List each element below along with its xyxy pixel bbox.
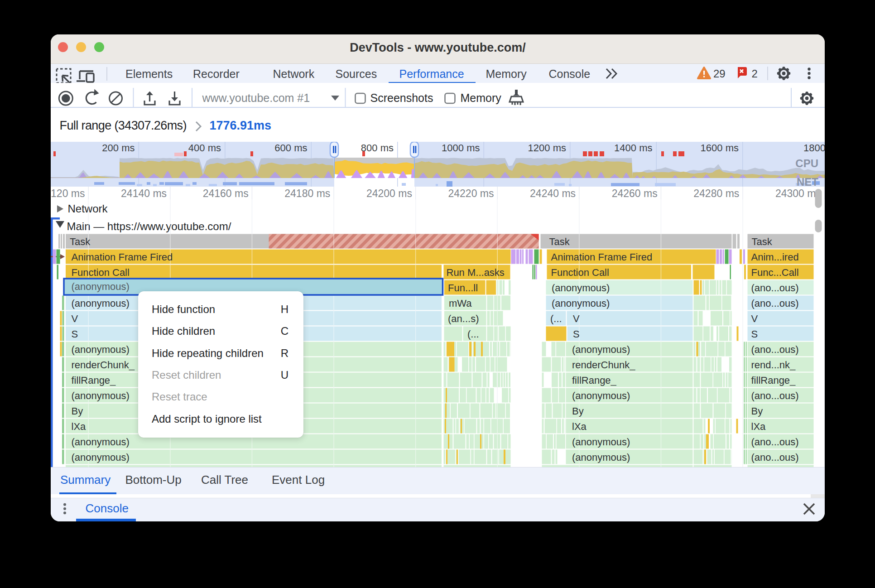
svg-text:Func...Call: Func...Call — [751, 267, 799, 278]
svg-text:Anim...ired: Anim...ired — [751, 251, 799, 263]
svg-text:fillRange_: fillRange_ — [572, 375, 617, 386]
svg-text:(anonymous): (anonymous) — [572, 344, 630, 355]
svg-text:(ano...ous): (ano...ous) — [751, 298, 799, 309]
svg-text:(anonymous): (anonymous) — [72, 298, 130, 309]
svg-text:Network: Network — [68, 202, 108, 215]
svg-text:1600 ms: 1600 ms — [701, 142, 739, 154]
svg-text:1800 m: 1800 m — [803, 142, 825, 154]
svg-text:V: V — [573, 313, 580, 324]
svg-text:(ano...ous): (ano...ous) — [751, 452, 799, 463]
svg-text:(anonymous): (anonymous) — [552, 298, 610, 309]
svg-text:lXa: lXa — [572, 421, 587, 432]
svg-text:2: 2 — [752, 67, 758, 80]
svg-text:(anonymous): (anonymous) — [72, 390, 130, 401]
svg-text:24120 ms: 24120 ms — [51, 188, 85, 199]
svg-text:S: S — [751, 328, 758, 340]
svg-text:fillRange_: fillRange_ — [751, 375, 796, 386]
svg-text:Screenshots: Screenshots — [370, 92, 433, 104]
svg-text:1000 ms: 1000 ms — [442, 142, 480, 154]
svg-text:V: V — [751, 313, 758, 324]
svg-text:Animation Frame Fired: Animation Frame Fired — [72, 251, 173, 263]
svg-text:(ano...ous): (ano...ous) — [751, 436, 799, 448]
svg-text:(anonymous): (anonymous) — [552, 282, 610, 294]
svg-text:1200 ms: 1200 ms — [528, 142, 566, 154]
svg-text:(ano...ous): (ano...ous) — [751, 344, 799, 355]
svg-text:(ano...ous): (ano...ous) — [751, 282, 799, 294]
svg-text:renderChunk_: renderChunk_ — [72, 359, 135, 371]
svg-text:Animation Frame Fired: Animation Frame Fired — [551, 251, 653, 263]
svg-text:1400 ms: 1400 ms — [614, 142, 652, 154]
svg-text:Task: Task — [752, 236, 773, 247]
svg-text:CPU: CPU — [795, 157, 818, 169]
svg-text:(anonymous): (anonymous) — [72, 344, 130, 355]
svg-text:Function Call: Function Call — [551, 267, 609, 278]
svg-text:(...: (... — [550, 313, 562, 324]
svg-text:lXa: lXa — [72, 421, 87, 432]
svg-text:V: V — [72, 313, 78, 324]
svg-text:600 ms: 600 ms — [274, 142, 307, 154]
svg-text:S: S — [72, 328, 78, 340]
svg-text:24240 ms: 24240 ms — [530, 188, 576, 199]
svg-text:24260 ms: 24260 ms — [612, 188, 658, 199]
svg-text:24280 ms: 24280 ms — [693, 188, 739, 199]
svg-text:rend...nk_: rend...nk_ — [751, 359, 796, 371]
svg-text:NET: NET — [797, 176, 818, 187]
svg-text:Memory: Memory — [461, 92, 502, 104]
svg-text:mWa: mWa — [449, 298, 472, 309]
svg-text:24160 ms: 24160 ms — [203, 188, 249, 199]
svg-text:24300 ms: 24300 ms — [775, 188, 821, 199]
svg-text:Task: Task — [70, 236, 91, 247]
svg-text:renderChunk_: renderChunk_ — [572, 359, 635, 371]
svg-text:(anonymous): (anonymous) — [72, 281, 130, 292]
svg-text:Fun...ll: Fun...ll — [448, 282, 478, 294]
svg-text:(anonymous): (anonymous) — [72, 436, 130, 448]
svg-text:200 ms: 200 ms — [102, 142, 135, 154]
svg-text:24140 ms: 24140 ms — [121, 188, 167, 199]
svg-text:24220 ms: 24220 ms — [448, 188, 494, 199]
svg-text:(anonymous): (anonymous) — [72, 452, 130, 463]
svg-text:Task: Task — [549, 236, 570, 247]
svg-text:Function Call: Function Call — [72, 267, 130, 278]
svg-text:(anonymous): (anonymous) — [572, 390, 630, 401]
svg-text:400 ms: 400 ms — [188, 142, 221, 154]
svg-text:By: By — [572, 405, 584, 417]
svg-text:(anonymous): (anonymous) — [572, 436, 630, 448]
svg-text:S: S — [573, 328, 580, 340]
svg-text:lXa: lXa — [751, 421, 766, 432]
svg-text:(an...s): (an...s) — [448, 313, 479, 324]
svg-text:29: 29 — [713, 67, 726, 80]
svg-text:www.youtube.com #1: www.youtube.com #1 — [202, 92, 310, 104]
svg-text:By: By — [72, 405, 83, 417]
svg-text:(...: (... — [467, 328, 479, 340]
svg-text:Main — https://www.youtube.com: Main — https://www.youtube.com/ — [67, 220, 231, 232]
svg-text:Run M...asks: Run M...asks — [447, 267, 505, 278]
svg-text:By: By — [751, 405, 763, 417]
svg-text:800 ms: 800 ms — [361, 142, 394, 154]
svg-text:(ano...ous): (ano...ous) — [751, 390, 799, 401]
svg-text:(anonymous): (anonymous) — [572, 452, 630, 463]
svg-text:24180 ms: 24180 ms — [284, 188, 330, 199]
svg-text:fillRange_: fillRange_ — [72, 375, 116, 386]
svg-text:24200 ms: 24200 ms — [366, 188, 412, 199]
